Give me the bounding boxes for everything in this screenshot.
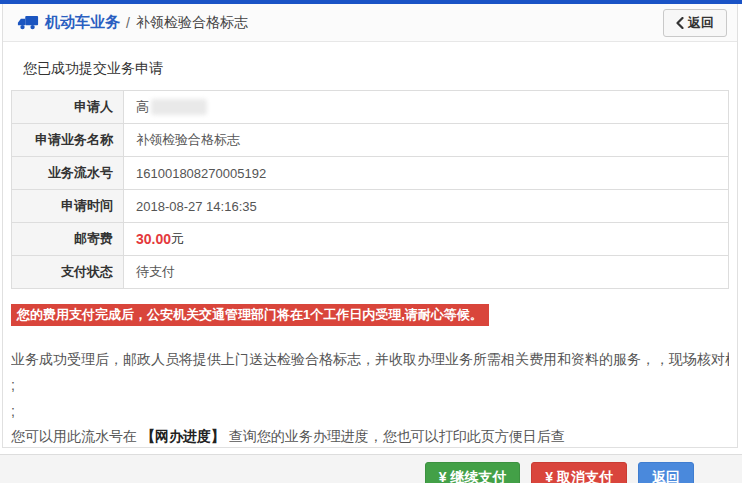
redacted-text: [151, 99, 207, 115]
header-back-label: 返回: [688, 14, 714, 32]
panel-header: 机动车业务 / 补领检验合格标志 返回: [3, 4, 737, 42]
header-back-button[interactable]: 返回: [663, 9, 727, 37]
table-row: 支付状态 待支付: [12, 256, 728, 289]
field-label: 申请业务名称: [12, 124, 124, 156]
field-value-apply-time: 2018-08-27 14:16:35: [124, 190, 728, 222]
postage-unit: 元: [171, 230, 184, 248]
field-label: 申请人: [12, 91, 124, 123]
panel-body: 您已成功提交业务申请 申请人 高 申请业务名称 补领检验合格标志 业务流水号 1…: [3, 42, 737, 447]
truck-icon: [17, 14, 39, 31]
service-note: 业务成功受理后，邮政人员将提供上门送达检验合格标志，并收取办理业务所需相关费用和…: [11, 350, 729, 368]
breadcrumb-root[interactable]: 机动车业务: [45, 13, 120, 32]
chevron-left-icon: [676, 17, 684, 29]
progress-note-link: 【网办进度】: [141, 428, 225, 444]
filler-line: ;: [11, 376, 729, 394]
footer-back-button[interactable]: 返回: [638, 462, 694, 483]
field-label: 申请时间: [12, 190, 124, 222]
field-value-applicant: 高: [124, 91, 728, 123]
footer-action-bar: ¥ 继续支付 ¥ 取消支付 返回: [0, 454, 742, 483]
field-value-postage: 30.00 元: [124, 223, 728, 255]
table-row: 申请人 高: [12, 91, 728, 124]
filler-line: ;: [11, 402, 729, 420]
breadcrumb-separator: /: [126, 15, 130, 31]
continue-payment-button[interactable]: ¥ 继续支付: [425, 462, 521, 483]
applicant-name: 高: [136, 98, 149, 116]
table-row: 申请业务名称 补领检验合格标志: [12, 124, 728, 157]
progress-note-prefix: 您可以用此流水号在: [11, 428, 137, 444]
table-row: 邮寄费 30.00 元: [12, 223, 728, 256]
table-row: 业务流水号 161001808270005192: [12, 157, 728, 190]
field-label: 邮寄费: [12, 223, 124, 255]
field-value-business-name: 补领检验合格标志: [124, 124, 728, 156]
application-info-table: 申请人 高 申请业务名称 补领检验合格标志 业务流水号 161001808270…: [11, 90, 729, 289]
field-label: 支付状态: [12, 256, 124, 288]
field-label: 业务流水号: [12, 157, 124, 189]
progress-note: 您可以用此流水号在 【网办进度】 查询您的业务办理进度，您也可以打印此页方便日后…: [11, 426, 729, 447]
field-value-serial-number: 161001808270005192: [124, 157, 728, 189]
progress-note-suffix: 查询您的业务办理进度，您也可以打印此页方便日后查: [229, 428, 565, 444]
content-panel: 机动车业务 / 补领检验合格标志 返回 您已成功提交业务申请 申请人 高 申请业…: [2, 4, 738, 448]
payment-notice-banner: 您的费用支付完成后，公安机关交通管理部门将在1个工作日内受理,请耐心等候。: [11, 304, 489, 326]
success-message: 您已成功提交业务申请: [23, 60, 729, 78]
cancel-payment-button[interactable]: ¥ 取消支付: [531, 462, 627, 483]
table-row: 申请时间 2018-08-27 14:16:35: [12, 190, 728, 223]
postage-amount: 30.00: [136, 231, 171, 247]
field-value-payment-status: 待支付: [124, 256, 728, 288]
breadcrumb-current: 补领检验合格标志: [136, 14, 248, 32]
notice-wrapper: 您的费用支付完成后，公安机关交通管理部门将在1个工作日内受理,请耐心等候。: [11, 289, 729, 326]
